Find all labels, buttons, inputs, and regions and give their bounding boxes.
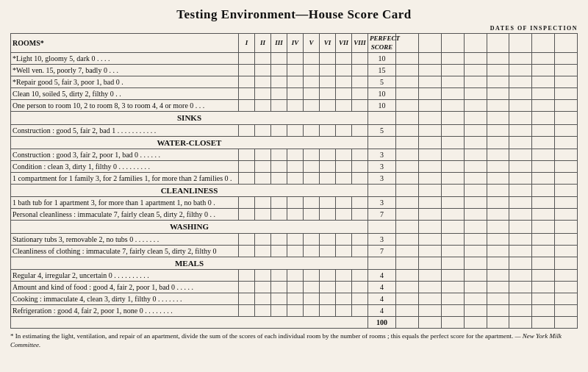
date-entry-cell[interactable] — [464, 197, 487, 209]
date-entry-cell[interactable] — [487, 88, 509, 100]
date-entry-cell[interactable] — [441, 245, 464, 257]
date-entry-cell[interactable] — [441, 316, 464, 328]
date-entry-cell[interactable] — [441, 269, 464, 281]
date-entry-cell[interactable] — [464, 172, 487, 184]
date-entry-cell[interactable] — [441, 124, 464, 136]
date-entry-cell[interactable] — [418, 53, 441, 65]
date-entry-cell[interactable] — [396, 233, 419, 245]
date-entry-cell[interactable] — [418, 197, 441, 209]
date-entry-cell[interactable] — [555, 209, 578, 221]
date-entry-cell[interactable] — [509, 100, 532, 112]
date-entry-cell[interactable] — [532, 184, 555, 196]
date-entry-cell[interactable] — [555, 136, 578, 149]
date-entry-cell[interactable] — [464, 136, 487, 149]
date-entry-cell[interactable] — [487, 100, 509, 112]
date-entry-cell[interactable] — [532, 88, 555, 100]
date-entry-cell[interactable] — [509, 184, 532, 196]
date-entry-cell[interactable] — [555, 257, 578, 269]
date-entry-cell[interactable] — [464, 112, 487, 124]
date-entry-cell[interactable] — [464, 245, 487, 257]
date-entry-cell[interactable] — [418, 221, 441, 233]
date-entry-cell[interactable] — [532, 136, 555, 149]
date-entry-cell[interactable] — [532, 124, 555, 136]
date-entry-cell[interactable] — [418, 88, 441, 100]
date-entry-cell[interactable] — [509, 197, 532, 209]
date-entry-cell[interactable] — [509, 293, 532, 304]
date-entry-cell[interactable] — [555, 245, 578, 257]
date-entry-cell[interactable] — [441, 221, 464, 233]
date-entry-cell[interactable] — [418, 233, 441, 245]
date-entry-cell[interactable] — [555, 124, 578, 136]
date-entry-cell[interactable] — [555, 53, 578, 65]
date-entry-cell[interactable] — [464, 269, 487, 281]
date-entry-cell[interactable] — [532, 197, 555, 209]
date-entry-cell[interactable] — [418, 209, 441, 221]
date-entry-cell[interactable] — [532, 172, 555, 184]
date-entry-cell[interactable] — [555, 88, 578, 100]
date-entry-cell[interactable] — [532, 245, 555, 257]
date-entry-cell[interactable] — [396, 124, 419, 136]
date-entry-cell[interactable] — [418, 160, 441, 172]
date-entry-cell[interactable] — [441, 257, 464, 269]
date-entry-cell[interactable] — [441, 65, 464, 76]
date-entry-cell[interactable] — [396, 65, 419, 76]
date-entry-cell[interactable] — [487, 257, 509, 269]
date-entry-cell[interactable] — [487, 184, 509, 196]
date-entry-cell[interactable] — [532, 100, 555, 112]
date-entry-cell[interactable] — [464, 293, 487, 304]
date-entry-cell[interactable] — [464, 221, 487, 233]
date-entry-cell[interactable] — [532, 160, 555, 172]
date-entry-cell[interactable] — [418, 136, 441, 149]
date-entry-cell[interactable] — [418, 112, 441, 124]
date-entry-cell[interactable] — [487, 221, 509, 233]
date-entry-cell[interactable] — [464, 65, 487, 76]
date-entry-cell[interactable] — [441, 149, 464, 160]
date-entry-cell[interactable] — [509, 304, 532, 316]
date-entry-cell[interactable] — [487, 149, 509, 160]
date-entry-cell[interactable] — [464, 160, 487, 172]
date-entry-cell[interactable] — [396, 209, 419, 221]
date-entry-cell[interactable] — [396, 197, 419, 209]
date-entry-cell[interactable] — [441, 197, 464, 209]
date-entry-cell[interactable] — [487, 245, 509, 257]
date-entry-cell[interactable] — [418, 184, 441, 196]
date-entry-cell[interactable] — [555, 100, 578, 112]
date-entry-cell[interactable] — [555, 172, 578, 184]
date-entry-cell[interactable] — [509, 172, 532, 184]
date-entry-cell[interactable] — [487, 269, 509, 281]
date-entry-cell[interactable] — [464, 76, 487, 88]
date-entry-cell[interactable] — [509, 257, 532, 269]
date-entry-cell[interactable] — [418, 100, 441, 112]
date-entry-cell[interactable] — [509, 281, 532, 293]
date-entry-cell[interactable] — [418, 149, 441, 160]
date-entry-cell[interactable] — [418, 257, 441, 269]
date-entry-cell[interactable] — [487, 293, 509, 304]
date-entry-cell[interactable] — [532, 65, 555, 76]
date-entry-cell[interactable] — [396, 53, 419, 65]
date-entry-cell[interactable] — [441, 160, 464, 172]
date-entry-cell[interactable] — [441, 281, 464, 293]
date-entry-cell[interactable] — [396, 100, 419, 112]
date-entry-cell[interactable] — [441, 136, 464, 149]
date-entry-cell[interactable] — [396, 281, 419, 293]
date-entry-cell[interactable] — [441, 76, 464, 88]
date-entry-cell[interactable] — [509, 245, 532, 257]
date-entry-cell[interactable] — [509, 124, 532, 136]
date-entry-cell[interactable] — [396, 172, 419, 184]
date-entry-cell[interactable] — [464, 209, 487, 221]
date-entry-cell[interactable] — [418, 245, 441, 257]
date-entry-cell[interactable] — [396, 304, 419, 316]
date-entry-cell[interactable] — [396, 269, 419, 281]
date-entry-cell[interactable] — [509, 88, 532, 100]
date-entry-cell[interactable] — [418, 124, 441, 136]
date-entry-cell[interactable] — [555, 304, 578, 316]
date-entry-cell[interactable] — [464, 184, 487, 196]
date-entry-cell[interactable] — [532, 149, 555, 160]
date-entry-cell[interactable] — [532, 209, 555, 221]
date-entry-cell[interactable] — [487, 233, 509, 245]
date-entry-cell[interactable] — [532, 233, 555, 245]
date-entry-cell[interactable] — [509, 209, 532, 221]
date-entry-cell[interactable] — [418, 316, 441, 328]
date-entry-cell[interactable] — [464, 88, 487, 100]
date-entry-cell[interactable] — [464, 233, 487, 245]
